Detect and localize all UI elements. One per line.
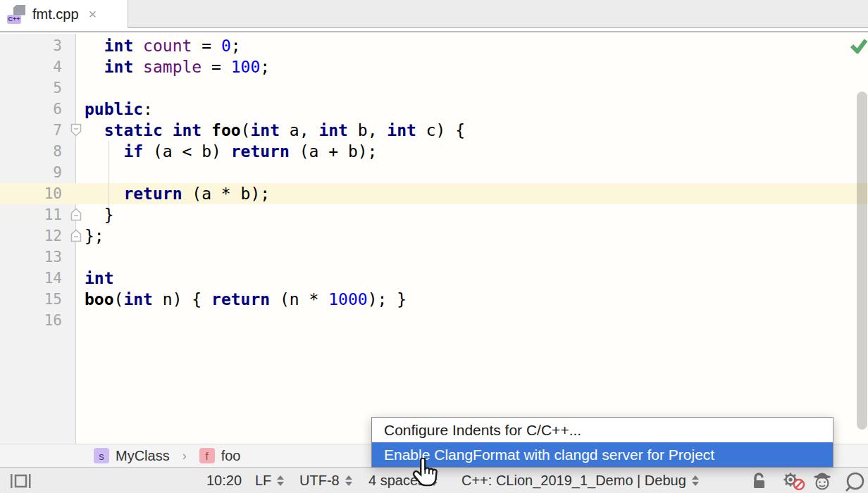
code-token [85, 121, 104, 139]
code-line-7[interactable]: static int foo(int a, int b, int c) { [85, 120, 465, 141]
code-line-3[interactable]: int count = 0; [85, 35, 241, 56]
code-line-6[interactable]: public: [85, 99, 153, 120]
code-token: static [104, 121, 163, 139]
code-token: = [192, 37, 221, 55]
status-clock: 10:20 [206, 471, 242, 489]
cpp-file-icon: C++ [7, 5, 26, 24]
line-number[interactable]: 10 [0, 183, 62, 204]
code-token: sample [143, 58, 202, 76]
code-token: int [104, 58, 134, 76]
code-token: a, [280, 121, 318, 139]
code-line-11[interactable]: } [85, 204, 114, 225]
status-encoding[interactable]: UTF-8 [299, 471, 352, 489]
status-toolchain-selector[interactable]: C++: CLion_2019_1_Demo | Debug [461, 471, 699, 489]
tab-label: fmt.cpp [32, 6, 79, 23]
code-token: ; [260, 58, 270, 76]
line-number[interactable]: 5 [0, 77, 62, 99]
code-token: (a * b); [182, 185, 270, 203]
line-number[interactable]: 7 [0, 120, 62, 141]
tab-fmt-cpp[interactable]: C++ fmt.cpp × [0, 0, 128, 28]
code-token: int [104, 37, 134, 55]
code-token [163, 121, 173, 139]
code-editor[interactable]: 345678910111213141516 int count = 0; int… [0, 34, 868, 444]
toolwindows-toggle-icon[interactable] [10, 473, 31, 489]
code-token: 0 [221, 37, 231, 55]
code-line-15[interactable]: boo(int n) { return (n * 1000); } [85, 289, 407, 310]
code-line-14[interactable]: int [85, 268, 114, 289]
code-token [85, 58, 104, 76]
line-number[interactable]: 13 [0, 246, 62, 268]
code-token: return [123, 185, 182, 203]
code-token: }; [85, 227, 104, 245]
code-token: ); } [368, 290, 407, 308]
cpp-file-icon-badge: C++ [7, 15, 21, 24]
code-token: return [231, 142, 290, 161]
code-token: int [250, 121, 280, 139]
line-number[interactable]: 14 [0, 268, 62, 289]
code-token: public [85, 100, 143, 118]
search-icon[interactable] [844, 472, 868, 492]
code-token: ; [231, 37, 241, 55]
code-token: ( [114, 290, 124, 308]
clangformat-disabled-gear-icon[interactable] [782, 472, 806, 491]
code-token: } [85, 206, 114, 224]
code-token [202, 121, 211, 139]
hector-inspector-icon[interactable] [812, 472, 833, 491]
tabbar-editor-divider [0, 30, 868, 32]
menu-item-enable-clangformat[interactable]: Enable ClangFormat with clangd server fo… [372, 442, 833, 467]
line-number[interactable]: 4 [0, 56, 62, 77]
line-number[interactable]: 8 [0, 141, 62, 162]
close-tab-icon[interactable]: × [89, 7, 97, 21]
editor-scrollbar[interactable] [857, 92, 867, 430]
code-token: boo [85, 290, 114, 308]
status-indent[interactable]: 4 spaces [368, 471, 438, 489]
code-line-8[interactable]: if (a < b) return (a + b); [85, 141, 377, 162]
code-line-4[interactable]: int sample = 100; [85, 56, 270, 77]
code-token [133, 37, 143, 55]
code-token: (n * [270, 290, 328, 308]
line-number[interactable]: 9 [0, 162, 62, 183]
code-token: if [123, 142, 143, 161]
status-bar: 10:20 LF UTF-8 4 spaces C++: CLion_2019_… [0, 467, 868, 493]
unlock-icon[interactable] [751, 472, 768, 490]
chevron-updown-icon [430, 475, 438, 486]
fold-end-icon[interactable] [70, 208, 82, 221]
line-number[interactable]: 15 [0, 289, 62, 310]
cpp-file-icon-page [13, 5, 25, 15]
menu-item-configure-indents[interactable]: Configure Indents for C/C++... [372, 418, 833, 442]
status-toolchain-label: C++: CLion_2019_1_Demo | Debug [461, 471, 686, 489]
editor-tab-bar: C++ fmt.cpp × [0, 0, 868, 28]
line-number[interactable]: 6 [0, 99, 62, 120]
code-token: count [143, 37, 192, 55]
breadcrumb-class[interactable]: MyClass [116, 448, 170, 464]
breadcrumb-function[interactable]: foo [221, 448, 241, 464]
class-icon: s [94, 448, 109, 463]
code-token: 100 [231, 58, 261, 76]
chevron-right-icon: › [182, 449, 187, 463]
code-token: b, [348, 121, 387, 139]
line-number[interactable]: 12 [0, 225, 62, 246]
line-number[interactable]: 3 [0, 35, 62, 56]
code-line-12[interactable]: }; [85, 225, 104, 246]
code-token: int [387, 121, 416, 139]
code-token: foo [211, 121, 241, 139]
fold-start-icon[interactable] [70, 123, 82, 137]
status-line-separator-label: LF [255, 471, 271, 489]
line-number[interactable]: 11 [0, 204, 62, 225]
code-token: n) { [153, 290, 211, 308]
code-token: int [173, 121, 202, 139]
inspections-ok-check-icon[interactable] [850, 38, 868, 54]
status-indent-label: 4 spaces [368, 471, 425, 489]
code-token: (a < b) [143, 142, 231, 161]
code-line-10[interactable]: return (a * b); [85, 183, 270, 204]
function-icon: f [199, 448, 215, 463]
status-line-separator[interactable]: LF [255, 471, 284, 489]
code-token: c) { [416, 121, 465, 139]
fold-end-icon[interactable] [70, 229, 82, 242]
status-clock-label: 10:20 [206, 471, 242, 489]
code-token: int [318, 121, 348, 139]
code-token [85, 142, 123, 161]
line-number[interactable]: 16 [0, 310, 62, 331]
code-token [85, 185, 123, 203]
code-token: = [202, 58, 231, 76]
